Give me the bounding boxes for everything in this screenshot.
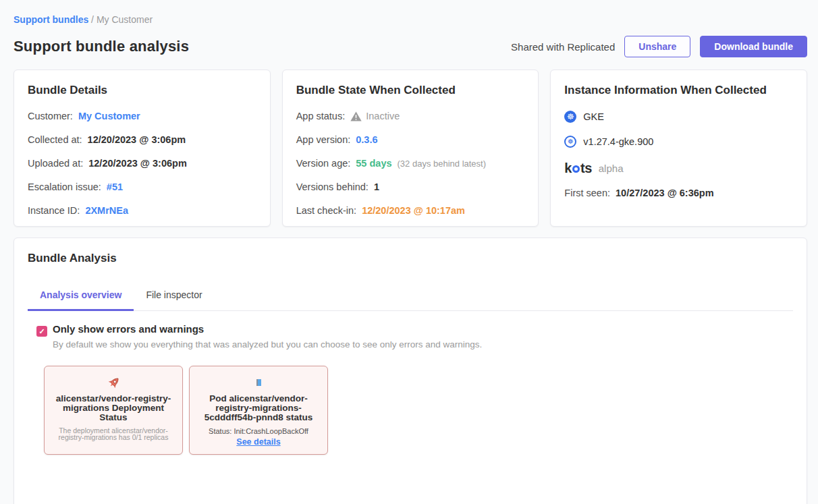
breadcrumb: Support bundles / My Customer — [13, 0, 807, 25]
bundle-details-heading: Bundle Details — [28, 84, 256, 97]
result-icon-slot — [53, 373, 174, 392]
bundle-details-card: Bundle Details Customer: My Customer Col… — [13, 69, 271, 227]
app-status-label: App status: — [296, 111, 346, 121]
app-status-row: App status: Inactive — [296, 111, 525, 121]
distribution-value: GKE — [583, 111, 604, 122]
version-age-label: Version age: — [296, 158, 351, 169]
rocket-icon — [107, 376, 121, 390]
distribution-row: ☸ GKE — [564, 111, 793, 123]
pod-icon — [256, 379, 261, 386]
version-age-row: Version age: 55 days (32 days behind lat… — [296, 158, 525, 169]
shared-status-text: Shared with Replicated — [511, 41, 615, 53]
k8s-version-row: ☸ v1.27.4-gke.900 — [564, 136, 793, 148]
download-bundle-button[interactable]: Download bundle — [700, 36, 807, 57]
bundle-state-heading: Bundle State When Collected — [296, 84, 525, 97]
app-version-label: App version: — [296, 134, 351, 145]
instance-info-card: Instance Information When Collected ☸ GK… — [550, 69, 807, 227]
bundle-analysis-heading: Bundle Analysis — [28, 252, 793, 265]
version-age-value: 55 days — [356, 158, 391, 169]
kots-row: kts alpha — [564, 161, 793, 176]
breadcrumb-separator: / — [91, 14, 94, 25]
first-seen-label: First seen: — [564, 188, 610, 198]
kubernetes-version-icon: ☸ — [564, 136, 576, 148]
analysis-tabs: Analysis overview File inspector — [28, 289, 793, 311]
instance-id-label: Instance ID: — [28, 205, 80, 216]
app-status-value: Inactive — [366, 111, 400, 121]
info-cards-row: Bundle Details Customer: My Customer Col… — [13, 69, 807, 227]
collected-at-value: 12/20/2023 @ 3:06pm — [88, 134, 186, 145]
unshare-button[interactable]: Unshare — [624, 36, 690, 57]
k8s-version-value: v1.27.4-gke.900 — [583, 136, 653, 147]
page-header: Support bundle analysis Shared with Repl… — [13, 36, 807, 57]
deployment-status-result-card: alicenstar/vendor-registry-migrations De… — [44, 366, 183, 455]
bundle-analysis-card: Bundle Analysis Analysis overview File i… — [13, 237, 807, 504]
uploaded-at-row: Uploaded at: 12/20/2023 @ 3:06pm — [28, 158, 256, 169]
only-errors-checkbox[interactable]: ✓ — [36, 326, 47, 337]
result-title: Pod alicenstar/vendor-registry-migration… — [198, 394, 319, 423]
tab-analysis-overview[interactable]: Analysis overview — [28, 289, 134, 311]
warning-icon — [350, 111, 362, 121]
tab-file-inspector[interactable]: File inspector — [134, 289, 214, 310]
escalation-issue-link[interactable]: #51 — [107, 181, 123, 192]
uploaded-at-label: Uploaded at: — [28, 158, 83, 169]
instance-id-link[interactable]: 2XMrNEa — [85, 205, 128, 216]
customer-row: Customer: My Customer — [28, 111, 256, 121]
app-version-link[interactable]: 0.3.6 — [356, 134, 377, 145]
result-status: Status: Init:CrashLoopBackOff — [198, 427, 319, 435]
last-checkin-value: 12/20/2023 @ 10:17am — [362, 205, 465, 216]
uploaded-at-value: 12/20/2023 @ 3:06pm — [88, 158, 187, 169]
kots-logo: kts — [564, 161, 591, 176]
app-version-row: App version: 0.3.6 — [296, 134, 525, 145]
first-seen-value: 10/27/2023 @ 6:36pm — [616, 188, 714, 198]
only-errors-label[interactable]: Only show errors and warnings — [53, 323, 482, 335]
analysis-results-row: alicenstar/vendor-registry-migrations De… — [44, 366, 793, 455]
page-title: Support bundle analysis — [13, 38, 189, 55]
filter-text: Only show errors and warnings By default… — [53, 323, 482, 349]
customer-label: Customer: — [28, 111, 73, 121]
versions-behind-row: Versions behind: 1 — [296, 181, 525, 192]
version-age-note: (32 days behind latest) — [398, 159, 487, 169]
header-actions: Shared with Replicated Unshare Download … — [511, 36, 807, 57]
kubernetes-distribution-icon: ☸ — [564, 111, 576, 123]
see-details-link[interactable]: See details — [236, 437, 280, 447]
collected-at-label: Collected at: — [28, 134, 82, 145]
result-message: The deployment alicenstar/vendor-registr… — [53, 427, 174, 441]
kots-logo-o-icon — [572, 165, 580, 173]
bundle-state-card: Bundle State When Collected App status: … — [282, 69, 539, 227]
breadcrumb-support-bundles-link[interactable]: Support bundles — [13, 14, 88, 25]
kots-channel: alpha — [599, 163, 624, 174]
customer-link[interactable]: My Customer — [78, 111, 140, 121]
result-icon-slot — [198, 373, 319, 392]
breadcrumb-current: My Customer — [97, 14, 153, 25]
collected-at-row: Collected at: 12/20/2023 @ 3:06pm — [28, 134, 256, 145]
last-checkin-label: Last check-in: — [296, 205, 356, 216]
instance-info-heading: Instance Information When Collected — [564, 84, 793, 97]
result-title: alicenstar/vendor-registry-migrations De… — [53, 394, 174, 423]
escalation-issue-label: Escalation issue: — [28, 181, 101, 192]
instance-id-row: Instance ID: 2XMrNEa — [28, 205, 256, 216]
only-errors-description: By default we show you everything that w… — [53, 339, 482, 349]
pod-status-result-card: Pod alicenstar/vendor-registry-migration… — [189, 366, 328, 455]
versions-behind-value: 1 — [374, 181, 379, 192]
escalation-issue-row: Escalation issue: #51 — [28, 181, 256, 192]
first-seen-row: First seen: 10/27/2023 @ 6:36pm — [564, 188, 793, 198]
errors-filter-row: ✓ Only show errors and warnings By defau… — [28, 323, 793, 349]
versions-behind-label: Versions behind: — [296, 181, 369, 192]
last-checkin-row: Last check-in: 12/20/2023 @ 10:17am — [296, 205, 525, 216]
support-bundle-analysis-page: Support bundles / My Customer Support bu… — [0, 0, 818, 504]
